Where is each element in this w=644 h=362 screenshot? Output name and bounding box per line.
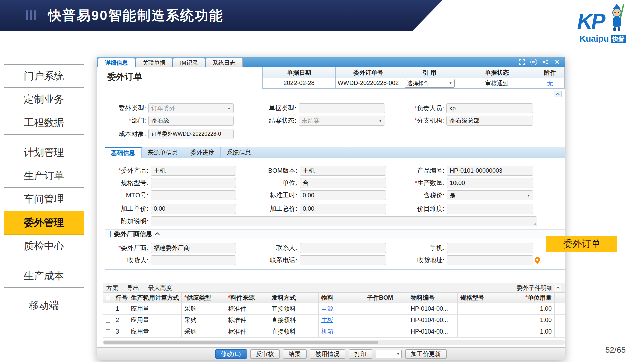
- contact-person-input[interactable]: [300, 243, 386, 253]
- sidebar-item-mobile[interactable]: 移动端: [4, 294, 84, 317]
- process-total-price-input[interactable]: 0.00: [300, 204, 386, 214]
- field-outsource-product: *委外产品: 主机: [105, 165, 236, 176]
- close-status-select[interactable]: 未结案 ▼: [299, 116, 385, 126]
- additional-note-textarea[interactable]: [151, 216, 537, 226]
- table-row[interactable]: 2 应用量 采购 标准件 直接领料 主板 HP-0104-00... 1.00: [103, 315, 565, 326]
- sidebar-item-outsourcing-management[interactable]: 委外管理: [4, 211, 84, 235]
- outsource-vendor-input[interactable]: 福建委外厂商: [151, 243, 236, 253]
- cell-supply-type: 采购: [182, 315, 225, 326]
- unit-input[interactable]: 台: [300, 178, 386, 188]
- chevron-up-icon[interactable]: [155, 232, 160, 235]
- department-input[interactable]: 奇石缘: [148, 116, 234, 126]
- print-button[interactable]: 打印: [349, 349, 372, 359]
- tab-related-documents[interactable]: 关联单据: [136, 58, 172, 67]
- subtab-basic-info[interactable]: 基础信息: [105, 147, 142, 158]
- field-label: 委外类型:: [100, 104, 148, 113]
- mto-no-input[interactable]: [151, 190, 236, 200]
- sidebar-item-plan-management[interactable]: 计划管理: [4, 141, 84, 164]
- collapse-grid-button[interactable]: [555, 285, 561, 291]
- tax-included-select[interactable]: 是 ▼: [447, 190, 533, 200]
- location-pin-icon[interactable]: [535, 257, 540, 264]
- sidebar-item-quality-center[interactable]: 质检中心: [4, 235, 84, 258]
- field-label: 价目维度:: [386, 204, 447, 213]
- material-link[interactable]: 电源: [321, 305, 333, 312]
- doc-type-input[interactable]: [299, 103, 385, 113]
- field-unit: 单位: 台: [238, 178, 386, 188]
- window-footer: 修改(E) 反审核 结案 被用情况 打印 ▼ 加工价更新: [97, 347, 565, 360]
- receiver-input[interactable]: [151, 255, 236, 265]
- collapse-header-button[interactable]: [554, 90, 562, 97]
- sidebar-item-custom-business[interactable]: 定制业务: [4, 88, 84, 111]
- row-checkbox[interactable]: [106, 307, 110, 311]
- subtab-source-doc[interactable]: 来源单信息: [142, 147, 184, 158]
- sidebar-item-engineering-data[interactable]: 工程数据: [4, 111, 84, 135]
- cell-line-no: 1: [113, 303, 128, 314]
- sidebar-item-portal-system[interactable]: 门户系统: [4, 64, 84, 88]
- reference-action-select[interactable]: 选择操作 ▼: [405, 79, 455, 88]
- usage-button[interactable]: 被用情况: [310, 349, 345, 359]
- field-tax-included-price: 含税价: 是 ▼: [386, 190, 533, 201]
- material-link[interactable]: 机箱: [321, 328, 333, 335]
- attachment-link[interactable]: 无: [547, 79, 553, 87]
- modify-button[interactable]: 修改(E): [215, 349, 247, 359]
- standard-hours-input[interactable]: 0.00: [300, 190, 386, 200]
- process-price-update-button[interactable]: 加工价更新: [405, 349, 447, 359]
- field-receiver: 收货人:: [105, 255, 236, 266]
- sidebar-item-production-cost[interactable]: 生产成本: [4, 264, 84, 288]
- more-actions-select[interactable]: ▼: [376, 350, 402, 358]
- outsource-product-input[interactable]: 主机: [151, 166, 236, 176]
- field-label: *部门:: [100, 116, 148, 125]
- col-material-code: 物料编号: [408, 293, 458, 303]
- export-button[interactable]: 导出: [127, 284, 139, 292]
- bars-icon: [26, 10, 36, 20]
- close-case-button[interactable]: 结案: [283, 349, 307, 359]
- process-unit-price-input[interactable]: 0.00: [151, 204, 236, 214]
- subtab-system-info[interactable]: 系统信息: [221, 147, 257, 158]
- tab-im-records[interactable]: IM记录: [173, 58, 205, 67]
- bom-version-input[interactable]: 主机: [300, 166, 386, 176]
- delivery-address-input[interactable]: [447, 255, 533, 265]
- page-title: 快普易90智能制造系统功能: [48, 6, 224, 25]
- outsource-type-select[interactable]: 订单委外 ▼: [148, 103, 234, 113]
- spec-model-input[interactable]: [151, 178, 236, 188]
- col-unit-usage: *单位用量: [501, 293, 555, 303]
- responsible-person-input[interactable]: kp: [446, 103, 533, 113]
- plan-button[interactable]: 方案: [106, 284, 118, 292]
- tab-system-log[interactable]: 系统日志: [206, 58, 243, 67]
- row-checkbox[interactable]: [106, 318, 110, 323]
- max-height-button[interactable]: 最大高度: [148, 284, 172, 292]
- mobile-input[interactable]: [447, 243, 533, 253]
- product-no-input[interactable]: HP-0101-00000003: [447, 166, 533, 176]
- horizontal-scrollbar[interactable]: [103, 340, 565, 345]
- cell-material-code: HP-0104-00...: [408, 315, 458, 326]
- field-mto-no: MTO号:: [105, 190, 236, 201]
- cost-object-input[interactable]: 订单委外WWDD-20220228-0: [148, 129, 234, 139]
- cell-material-code: HP-0104-00...: [408, 303, 458, 314]
- production-qty-input[interactable]: 10.00: [447, 178, 533, 188]
- close-icon[interactable]: ✕: [554, 59, 560, 65]
- subtab-outsource-progress[interactable]: 委外进度: [184, 147, 221, 158]
- tab-detail-info[interactable]: 详细信息: [98, 58, 135, 67]
- share-icon[interactable]: [542, 59, 549, 65]
- sidebar-item-production-order[interactable]: 生产订单: [4, 164, 84, 188]
- material-link[interactable]: 主板: [321, 317, 333, 323]
- table-row[interactable]: 1 应用量 采购 标准件 直接领料 电源 HP-0104-00... 1.00: [103, 303, 565, 315]
- slide-header: 快普易90智能制造系统功能: [0, 0, 443, 31]
- select-all-checkbox[interactable]: [106, 296, 110, 300]
- cell-material-code: HP-0104-00...: [408, 326, 458, 337]
- chevron-down-icon: ▼: [527, 194, 530, 197]
- unapprove-button[interactable]: 反审核: [250, 349, 280, 359]
- im-icon[interactable]: IM: [530, 59, 537, 65]
- sidebar-item-workshop-management[interactable]: 车间管理: [4, 188, 84, 211]
- field-label: *委外产品:: [105, 166, 151, 175]
- fullscreen-icon[interactable]: [519, 59, 525, 65]
- branch-org-input[interactable]: 奇石缘总部: [446, 116, 533, 126]
- resize-handle[interactable]: [533, 223, 536, 225]
- table-row[interactable]: 3 应用量 采购 标准件 直接领料 机箱 HP-0104-00... 1.00: [103, 326, 565, 338]
- row-checkbox[interactable]: [106, 329, 110, 334]
- doc-status-value: 审核通过: [458, 78, 536, 89]
- field-close-status: 结案状态: 未结案 ▼: [239, 115, 385, 126]
- scrollbar-thumb[interactable]: [103, 341, 378, 344]
- contact-phone-input[interactable]: [300, 255, 386, 265]
- price-dimension-input[interactable]: [447, 204, 533, 214]
